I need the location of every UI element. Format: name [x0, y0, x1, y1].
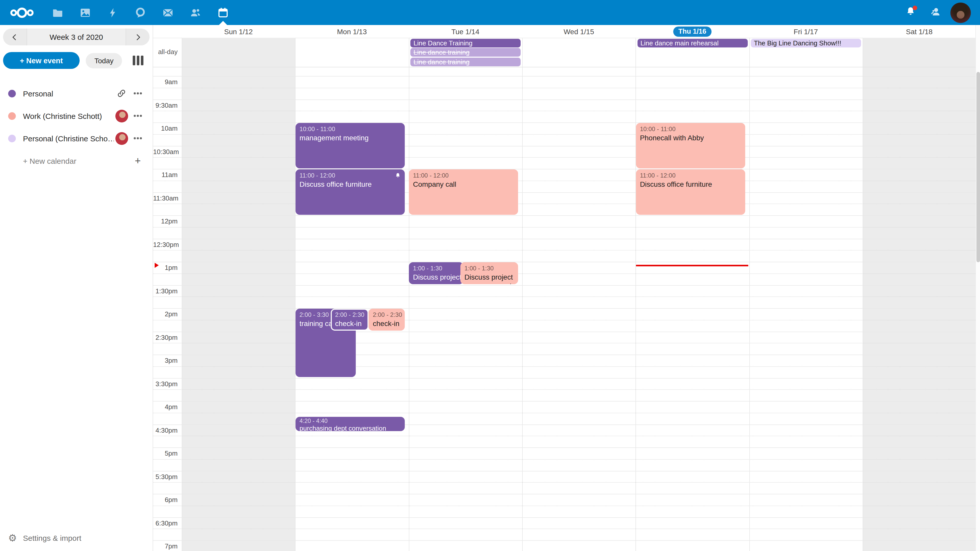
- calendar-name: Personal (Christine Scho…: [23, 134, 114, 143]
- day-column[interactable]: [862, 67, 976, 551]
- shared-by-avatar[interactable]: [114, 132, 129, 144]
- app-photos[interactable]: [72, 0, 99, 25]
- event-time: 11:00 - 12:00: [413, 171, 514, 179]
- calendar-actions-menu[interactable]: [129, 115, 146, 117]
- event-time: 11:00 - 12:00: [300, 171, 401, 179]
- time-label: 6:30pm: [153, 519, 178, 527]
- allday-cell[interactable]: [295, 38, 409, 67]
- allday-cell[interactable]: The Big Line Dancing Show!!!: [749, 38, 862, 67]
- day-column[interactable]: [522, 67, 636, 551]
- next-week-button[interactable]: [126, 29, 150, 45]
- chevron-left-icon: [10, 32, 19, 41]
- calendar-event[interactable]: 10:00 - 11:00management meeting: [296, 123, 405, 168]
- time-label: 2pm: [153, 310, 178, 318]
- day-column[interactable]: [749, 67, 862, 551]
- calendar-list: PersonalWork (Christine Schott)Personal …: [0, 82, 153, 172]
- app-calendar[interactable]: [209, 0, 237, 25]
- event-title: purchasing dept conversation: [300, 424, 401, 431]
- envelope-icon: [162, 6, 174, 19]
- user-avatar[interactable]: [950, 2, 971, 23]
- allday-cell[interactable]: Line Dance TrainingLine dance trainingLi…: [409, 38, 522, 67]
- notifications-button[interactable]: [900, 2, 921, 23]
- calendar-list-item[interactable]: Personal (Christine Scho…: [0, 127, 153, 149]
- week-label[interactable]: Week 3 of 2020: [27, 29, 126, 45]
- allday-event-chip[interactable]: Line dance training: [410, 57, 521, 66]
- view-switcher-icon[interactable]: [133, 56, 143, 65]
- allday-cell[interactable]: [522, 38, 636, 67]
- day-header[interactable]: Tue 1/14: [409, 25, 522, 38]
- time-grid: 9am9:30am10am10:30am11am11:30am12pm12:30…: [153, 67, 980, 551]
- nextcloud-logo[interactable]: [0, 0, 44, 25]
- day-column[interactable]: [409, 67, 522, 551]
- allday-event-chip[interactable]: Line dance main rehearsal: [637, 38, 748, 47]
- time-label: 1:30pm: [153, 287, 178, 295]
- top-right-controls: [900, 0, 980, 25]
- time-label: 4:30pm: [153, 426, 178, 434]
- day-header[interactable]: Mon 1/13: [295, 25, 409, 38]
- event-time: 10:00 - 11:00: [300, 125, 401, 132]
- share-link-icon[interactable]: [114, 88, 129, 98]
- time-label: 4pm: [153, 403, 178, 411]
- app-contacts[interactable]: [182, 0, 209, 25]
- contacts-menu-button[interactable]: [925, 2, 946, 23]
- time-label: 10am: [153, 124, 178, 132]
- day-header[interactable]: Thu 1/16: [635, 25, 749, 38]
- calendar-color-dot[interactable]: [8, 135, 16, 142]
- day-header[interactable]: Sun 1/12: [182, 25, 295, 38]
- shared-by-avatar[interactable]: [114, 110, 129, 122]
- allday-cell[interactable]: Line dance main rehearsal: [635, 38, 749, 67]
- event-title: check-in: [335, 319, 365, 328]
- previous-week-button[interactable]: [3, 29, 27, 45]
- calendar-actions-menu[interactable]: [129, 137, 146, 139]
- allday-event-chip[interactable]: Line Dance Training: [410, 38, 521, 47]
- calendar-color-dot[interactable]: [8, 112, 16, 120]
- calendar-event[interactable]: 1:00 - 1:30Discuss project announcement: [460, 262, 518, 284]
- event-time: 2:00 - 2:30: [335, 311, 365, 318]
- today-button[interactable]: Today: [86, 53, 122, 68]
- allday-event-chip[interactable]: The Big Line Dancing Show!!!: [751, 38, 861, 47]
- day-header[interactable]: Sat 1/18: [862, 25, 976, 38]
- new-event-button[interactable]: + New event: [3, 52, 80, 69]
- settings-import-button[interactable]: ⚙ Settings & import: [0, 529, 89, 547]
- event-time: 1:00 - 1:30: [465, 265, 514, 272]
- top-header-bar: [0, 0, 980, 25]
- calendar-event[interactable]: 11:00 - 12:00Discuss office furniture: [636, 169, 745, 214]
- calendar-event[interactable]: 2:00 - 2:30check-in: [331, 308, 369, 330]
- allday-event-chip[interactable]: Line dance training: [410, 48, 521, 57]
- allday-cell[interactable]: [182, 38, 295, 67]
- event-time: 10:00 - 11:00: [640, 125, 741, 132]
- nextcloud-logo-icon: [9, 6, 35, 19]
- day-header[interactable]: Wed 1/15: [522, 25, 636, 38]
- people-icon: [189, 6, 202, 19]
- time-label: 1pm: [153, 264, 178, 272]
- app-mail[interactable]: [154, 0, 182, 25]
- active-app-notch: [219, 21, 227, 25]
- new-calendar-button[interactable]: + New calendar+: [0, 149, 153, 172]
- event-time: 1:00 - 1:30: [413, 265, 460, 272]
- calendar-event[interactable]: 11:00 - 12:00Discuss office furniture: [296, 169, 405, 214]
- speech-bubble-icon: [134, 6, 146, 19]
- calendar-name: Personal: [23, 89, 114, 98]
- app-talk[interactable]: [127, 0, 154, 25]
- chevron-right-icon: [133, 32, 142, 41]
- calendar-event[interactable]: 4:20 - 4:40purchasing dept conversation: [296, 417, 405, 431]
- allday-cell[interactable]: [862, 38, 976, 67]
- calendar-event[interactable]: 11:00 - 12:00Company call: [409, 169, 518, 214]
- plus-icon: +: [129, 155, 146, 167]
- time-label: 9am: [153, 78, 178, 86]
- event-time: 4:20 - 4:40: [300, 418, 401, 424]
- calendar-color-dot[interactable]: [8, 89, 16, 97]
- calendar-list-item[interactable]: Personal: [0, 82, 153, 105]
- day-column[interactable]: [182, 67, 295, 551]
- app-files[interactable]: [44, 0, 72, 25]
- calendar-event[interactable]: 10:00 - 11:00Phonecall with Abby: [636, 123, 745, 168]
- calendar-actions-menu[interactable]: [129, 92, 146, 94]
- calendar-event[interactable]: 1:00 - 1:30Discuss project announcement: [409, 262, 463, 284]
- allday-row: all-day Line Dance TrainingLine dance tr…: [153, 38, 980, 67]
- day-header[interactable]: Fri 1/17: [749, 25, 862, 38]
- calendar-list-item[interactable]: Work (Christine Schott): [0, 105, 153, 127]
- app-activity[interactable]: [99, 0, 127, 25]
- nextcloud-calendar-app: Week 3 of 2020 + New event Today Persona…: [0, 0, 980, 551]
- calendar-event[interactable]: 2:00 - 2:30check-in: [369, 308, 405, 330]
- scrollbar-thumb[interactable]: [977, 72, 980, 262]
